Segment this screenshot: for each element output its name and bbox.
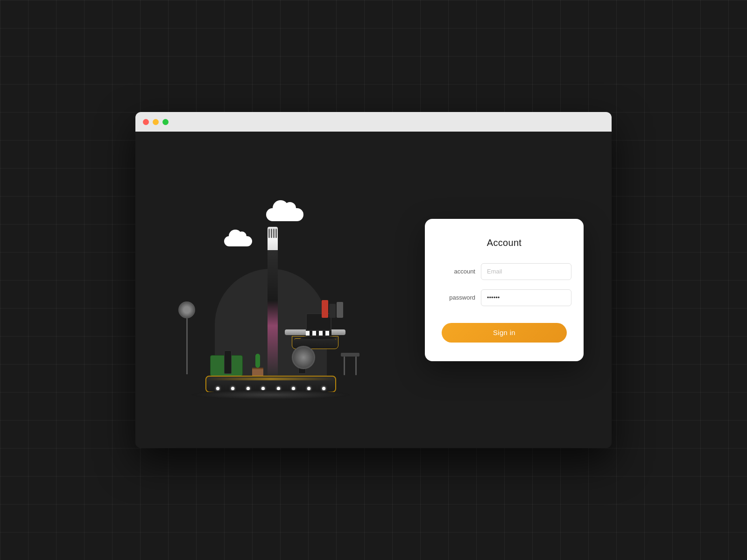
stand-legs <box>341 357 359 375</box>
ring-lights <box>205 387 336 390</box>
login-title: Account <box>442 238 567 248</box>
toothbrush <box>266 227 279 376</box>
bristle <box>275 229 277 238</box>
ring-light <box>216 387 219 390</box>
ring-light <box>231 387 234 390</box>
lamp-stem <box>186 318 188 374</box>
ring-light <box>261 387 265 390</box>
hat-brim <box>300 336 337 340</box>
cactus-plant <box>255 354 260 368</box>
account-input[interactable] <box>481 263 571 280</box>
password-label: password <box>442 294 475 301</box>
brush-head <box>268 227 278 250</box>
login-card: Account account password Sign in <box>425 219 584 361</box>
ring-light <box>247 387 250 390</box>
cloud-1 <box>224 236 252 246</box>
browser-content: Account account password Sign in <box>135 132 612 448</box>
cactus <box>252 354 263 377</box>
book-1 <box>322 300 328 318</box>
close-button[interactable] <box>143 119 149 125</box>
bristle <box>273 229 275 238</box>
books <box>322 300 343 318</box>
ring-light <box>277 387 280 390</box>
password-row: password <box>442 289 567 306</box>
maximize-button[interactable] <box>162 119 169 125</box>
bristle <box>268 229 270 238</box>
ring-light <box>307 387 310 390</box>
stand-leg <box>344 357 345 375</box>
base-platform <box>191 390 350 399</box>
account-row: account <box>442 263 567 280</box>
mirror <box>292 346 315 369</box>
minimize-button[interactable] <box>153 119 159 125</box>
book-3 <box>337 302 343 318</box>
bottle-1 <box>224 350 232 374</box>
browser-titlebar <box>135 112 612 132</box>
bristle <box>271 229 272 238</box>
book-2 <box>329 304 336 318</box>
password-input[interactable] <box>481 289 571 306</box>
hat-stripe <box>306 331 331 336</box>
sign-in-button[interactable]: Sign in <box>442 323 567 343</box>
browser-window: Account account password Sign in <box>135 112 612 448</box>
account-label: account <box>442 268 475 275</box>
ring-light <box>292 387 295 390</box>
lamp-head <box>178 301 195 318</box>
3d-scene <box>149 161 392 418</box>
ring-light <box>322 387 325 390</box>
brush-body <box>268 250 278 376</box>
illustration-panel <box>135 132 406 448</box>
lamp <box>182 301 191 376</box>
cloud-2 <box>266 208 303 221</box>
stand-leg <box>355 357 357 375</box>
stand-top <box>341 353 359 357</box>
small-stand <box>341 353 359 376</box>
login-panel: Account account password Sign in <box>425 219 584 361</box>
brush-bristles <box>268 229 277 238</box>
